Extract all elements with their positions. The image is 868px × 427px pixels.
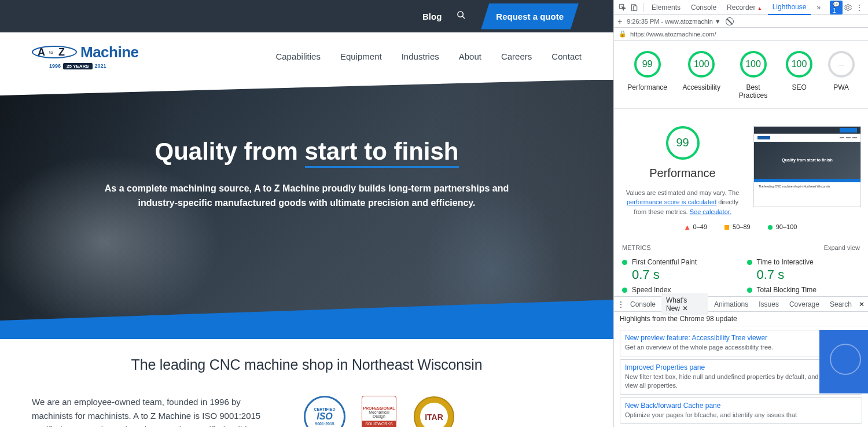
hero-title: Quality from start to finish bbox=[93, 138, 521, 165]
gauge-pwa[interactable]: —PWA bbox=[828, 51, 855, 100]
nav-careers[interactable]: Careers bbox=[501, 51, 532, 61]
report-dropdown[interactable]: 9:26:35 PM - www.atozmachin ▼ bbox=[627, 18, 721, 25]
drawer-kebab-icon[interactable]: ⋮ bbox=[617, 300, 624, 308]
tab-recorder[interactable]: Recorder ▲ bbox=[722, 1, 767, 14]
drawer-tab-coverage[interactable]: Coverage bbox=[785, 297, 824, 311]
svg-line-1 bbox=[462, 16, 465, 19]
topbar: Blog Request a quote bbox=[0, 0, 613, 32]
logo-mark-icon: AtoZ bbox=[32, 44, 77, 60]
devtools-tabs: Elements Console Recorder ▲ Lighthouse »… bbox=[614, 0, 868, 15]
svg-text:to: to bbox=[49, 50, 53, 55]
settings-gear-icon[interactable] bbox=[843, 2, 853, 13]
inspect-icon[interactable] bbox=[617, 2, 628, 13]
svg-text:A: A bbox=[38, 46, 45, 58]
hero-body: As a complete machining source, A to Z M… bbox=[93, 182, 521, 211]
whatsnew-art-icon bbox=[819, 330, 868, 393]
section-body: We are an employee-owned team, founded i… bbox=[32, 395, 263, 427]
clear-icon[interactable] bbox=[726, 17, 734, 25]
svg-text:Z: Z bbox=[58, 46, 65, 58]
perf-title: Performance bbox=[621, 167, 744, 180]
tab-elements[interactable]: Elements bbox=[647, 1, 685, 14]
drawer-tab-whatsnew[interactable]: What's New✕ bbox=[661, 293, 708, 315]
drawer-tab-animations[interactable]: Animations bbox=[709, 297, 753, 311]
tab-console[interactable]: Console bbox=[686, 1, 721, 14]
svg-point-0 bbox=[458, 12, 463, 17]
nav-contact[interactable]: Contact bbox=[551, 51, 582, 61]
svg-text:ITAR: ITAR bbox=[425, 413, 443, 422]
see-calculator-link[interactable]: See calculator. bbox=[690, 208, 731, 215]
gauge-performance[interactable]: 99Performance bbox=[627, 51, 667, 100]
blog-link[interactable]: Blog bbox=[422, 12, 442, 21]
hero: Quality from start to finish As a comple… bbox=[0, 80, 613, 323]
solidworks-badge-icon: PROFESSIONAL Mechanical Design SOLIDWORK… bbox=[362, 396, 396, 427]
score-legend: 0–49 50–89 90–100 bbox=[614, 223, 868, 238]
perf-description: Values are estimated and may vary. The p… bbox=[621, 188, 744, 217]
metric-tbt: Total Blocking Time bbox=[747, 286, 860, 294]
metrics-header: METRICS Expand view bbox=[614, 238, 868, 256]
search-icon[interactable] bbox=[457, 10, 466, 22]
perf-calc-link[interactable]: performance score is calculated bbox=[627, 198, 716, 205]
tabs-overflow-icon[interactable]: » bbox=[812, 1, 825, 14]
drawer-tab-search[interactable]: Search bbox=[825, 297, 856, 311]
perf-score: 99 bbox=[666, 126, 700, 160]
expand-view-link[interactable]: Expand view bbox=[824, 244, 860, 251]
metrics-grid: First Contentful Paint0.7 s Time to Inte… bbox=[614, 256, 868, 296]
whatsnew-cards: New preview feature: Accessibility Tree … bbox=[614, 326, 868, 427]
whatsnew-heading: Highlights from the Chrome 98 update bbox=[614, 312, 868, 326]
gauge-best-practices[interactable]: 100Best Practices bbox=[736, 51, 771, 100]
score-gauges: 99Performance 100Accessibility 100Best P… bbox=[614, 41, 868, 105]
tab-lighthouse[interactable]: Lighthouse bbox=[768, 0, 811, 15]
cert-badges: CERTIFIED ISO 9001:2015 PROFESSIONAL Mec… bbox=[286, 395, 455, 427]
devtools-panel: Elements Console Recorder ▲ Lighthouse »… bbox=[613, 0, 868, 427]
nav-links: Capabilities Equipment Industries About … bbox=[275, 51, 582, 61]
devtools-drawer: ⋮ Console What's New✕ Animations Issues … bbox=[614, 296, 868, 427]
kebab-icon[interactable]: ⋮ bbox=[854, 2, 865, 13]
below-hero: The leading CNC machine shop in Northeas… bbox=[0, 339, 613, 427]
url-text: https://www.atozmachine.com/ bbox=[630, 31, 716, 38]
nav-equipment[interactable]: Equipment bbox=[340, 51, 382, 61]
itar-badge-icon: ITAR bbox=[413, 395, 455, 427]
gauge-accessibility[interactable]: 100Accessibility bbox=[683, 51, 720, 100]
blue-separator bbox=[0, 321, 613, 339]
lighthouse-url: 🔒 https://www.atozmachine.com/ bbox=[614, 28, 868, 41]
drawer-tab-issues[interactable]: Issues bbox=[754, 297, 784, 311]
svg-rect-11 bbox=[634, 6, 637, 10]
drawer-tab-console[interactable]: Console bbox=[626, 297, 660, 311]
nav-about[interactable]: About bbox=[459, 51, 481, 61]
whatsnew-card[interactable]: New Back/forward Cache paneOptimize your… bbox=[620, 397, 862, 424]
metric-fcp: First Contentful Paint0.7 s bbox=[622, 258, 735, 282]
logo-text: Machine bbox=[80, 43, 139, 61]
messages-icon[interactable]: 💬 1 bbox=[831, 2, 841, 13]
lock-icon: 🔒 bbox=[619, 30, 627, 38]
lighthouse-toolbar: + 9:26:35 PM - www.atozmachin ▼ bbox=[614, 15, 868, 28]
section-headline: The leading CNC machine shop in Northeas… bbox=[32, 356, 582, 373]
nav-capabilities[interactable]: Capabilities bbox=[275, 51, 321, 61]
drawer-tabs: ⋮ Console What's New✕ Animations Issues … bbox=[614, 297, 868, 312]
website-viewport: Blog Request a quote AtoZ Machine 1996 2… bbox=[0, 0, 613, 427]
gauge-seo[interactable]: 100SEO bbox=[786, 51, 812, 100]
lighthouse-report[interactable]: 99Performance 100Accessibility 100Best P… bbox=[614, 41, 868, 296]
logo-tagline: 1996 25 YEARS 2021 bbox=[49, 63, 139, 69]
metric-speed-index: Speed Index bbox=[622, 286, 735, 294]
request-quote-button[interactable]: Request a quote bbox=[481, 3, 579, 30]
close-icon[interactable]: ✕ bbox=[682, 304, 688, 312]
performance-section: 99 Performance Values are estimated and … bbox=[614, 109, 868, 224]
main-nav: AtoZ Machine 1996 25 YEARS 2021 Capabili… bbox=[0, 32, 613, 80]
iso-badge-icon: CERTIFIED ISO 9001:2015 bbox=[304, 396, 345, 427]
drawer-close-icon[interactable]: ✕ bbox=[859, 300, 865, 308]
nav-industries[interactable]: Industries bbox=[402, 51, 439, 61]
logo[interactable]: AtoZ Machine 1996 25 YEARS 2021 bbox=[32, 43, 139, 69]
new-report-icon[interactable]: + bbox=[617, 17, 622, 26]
device-icon[interactable] bbox=[629, 2, 639, 13]
screenshot-thumbnail: Quality from start to finish The leading… bbox=[753, 126, 861, 207]
metric-tti: Time to Interactive0.7 s bbox=[747, 258, 860, 282]
